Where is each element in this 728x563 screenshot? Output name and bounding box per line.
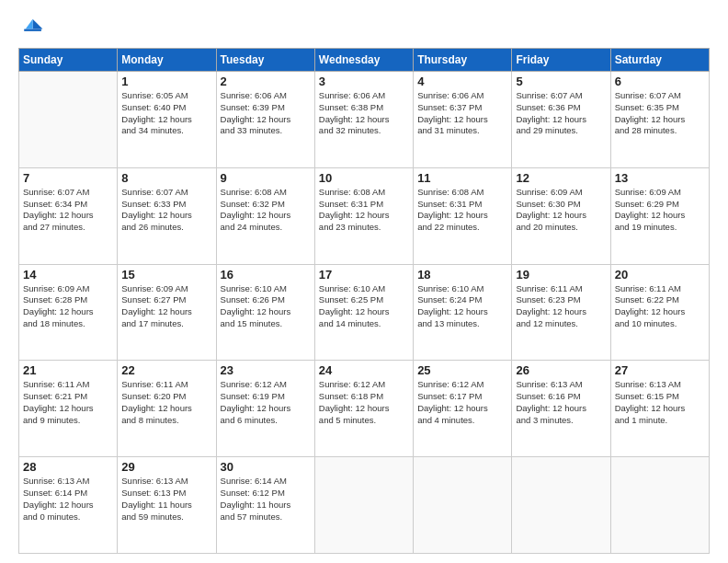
day-of-week-sunday: Sunday [19, 49, 118, 72]
day-number: 11 [417, 171, 507, 185]
calendar-cell: 13Sunrise: 6:09 AM Sunset: 6:29 PM Dayli… [610, 167, 709, 264]
calendar-cell: 12Sunrise: 6:09 AM Sunset: 6:30 PM Dayli… [512, 167, 610, 264]
day-of-week-friday: Friday [512, 49, 610, 72]
day-number: 25 [417, 363, 507, 377]
day-number: 29 [121, 460, 211, 474]
day-number: 19 [516, 268, 606, 282]
calendar-cell: 7Sunrise: 6:07 AM Sunset: 6:34 PM Daylig… [19, 167, 118, 264]
day-info: Sunrise: 6:11 AM Sunset: 6:22 PM Dayligh… [615, 283, 705, 330]
calendar: SundayMondayTuesdayWednesdayThursdayFrid… [18, 48, 710, 554]
day-number: 14 [23, 268, 113, 282]
day-info: Sunrise: 6:12 AM Sunset: 6:18 PM Dayligh… [319, 379, 409, 426]
calendar-cell: 11Sunrise: 6:08 AM Sunset: 6:31 PM Dayli… [414, 167, 512, 264]
calendar-cell: 28Sunrise: 6:13 AM Sunset: 6:14 PM Dayli… [19, 457, 118, 554]
svg-marker-0 [33, 19, 43, 29]
header [18, 15, 710, 40]
day-info: Sunrise: 6:13 AM Sunset: 6:16 PM Dayligh… [516, 379, 606, 426]
calendar-cell: 8Sunrise: 6:07 AM Sunset: 6:33 PM Daylig… [118, 167, 216, 264]
calendar-cell: 22Sunrise: 6:11 AM Sunset: 6:20 PM Dayli… [118, 361, 216, 457]
day-number: 6 [615, 75, 705, 88]
day-of-week-saturday: Saturday [610, 49, 709, 72]
day-number: 18 [417, 268, 507, 282]
calendar-cell: 1Sunrise: 6:05 AM Sunset: 6:40 PM Daylig… [118, 72, 216, 168]
day-number: 21 [23, 363, 113, 377]
calendar-cell: 20Sunrise: 6:11 AM Sunset: 6:22 PM Dayli… [610, 264, 709, 361]
day-info: Sunrise: 6:08 AM Sunset: 6:31 PM Dayligh… [319, 187, 409, 234]
calendar-cell: 6Sunrise: 6:07 AM Sunset: 6:35 PM Daylig… [610, 72, 709, 168]
day-of-week-wednesday: Wednesday [314, 49, 413, 72]
calendar-cell [314, 457, 413, 554]
day-number: 16 [221, 268, 311, 282]
day-number: 15 [121, 268, 211, 282]
calendar-cell: 10Sunrise: 6:08 AM Sunset: 6:31 PM Dayli… [314, 167, 413, 264]
week-row-2: 7Sunrise: 6:07 AM Sunset: 6:34 PM Daylig… [19, 167, 710, 264]
day-number: 10 [319, 171, 409, 185]
calendar-cell: 25Sunrise: 6:12 AM Sunset: 6:17 PM Dayli… [414, 361, 512, 457]
day-info: Sunrise: 6:11 AM Sunset: 6:23 PM Dayligh… [516, 283, 606, 330]
calendar-cell: 26Sunrise: 6:13 AM Sunset: 6:16 PM Dayli… [512, 361, 610, 457]
calendar-cell: 23Sunrise: 6:12 AM Sunset: 6:19 PM Dayli… [216, 361, 314, 457]
day-number: 13 [615, 171, 705, 185]
day-number: 5 [516, 75, 606, 88]
page: SundayMondayTuesdayWednesdayThursdayFrid… [0, 0, 728, 563]
week-row-4: 21Sunrise: 6:11 AM Sunset: 6:21 PM Dayli… [19, 361, 710, 457]
day-number: 12 [516, 171, 606, 185]
day-info: Sunrise: 6:12 AM Sunset: 6:17 PM Dayligh… [417, 379, 507, 426]
day-info: Sunrise: 6:10 AM Sunset: 6:25 PM Dayligh… [319, 283, 409, 330]
day-number: 30 [221, 460, 311, 474]
calendar-cell: 27Sunrise: 6:13 AM Sunset: 6:15 PM Dayli… [610, 361, 709, 457]
day-info: Sunrise: 6:14 AM Sunset: 6:12 PM Dayligh… [221, 476, 311, 523]
calendar-cell: 30Sunrise: 6:14 AM Sunset: 6:12 PM Dayli… [216, 457, 314, 554]
calendar-cell: 21Sunrise: 6:11 AM Sunset: 6:21 PM Dayli… [19, 361, 118, 457]
day-info: Sunrise: 6:08 AM Sunset: 6:32 PM Dayligh… [221, 187, 311, 234]
day-number: 23 [221, 363, 311, 377]
day-info: Sunrise: 6:06 AM Sunset: 6:38 PM Dayligh… [319, 90, 409, 137]
day-info: Sunrise: 6:13 AM Sunset: 6:14 PM Dayligh… [23, 476, 113, 523]
day-info: Sunrise: 6:07 AM Sunset: 6:36 PM Dayligh… [516, 90, 606, 137]
calendar-cell [512, 457, 610, 554]
calendar-cell: 9Sunrise: 6:08 AM Sunset: 6:32 PM Daylig… [216, 167, 314, 264]
day-info: Sunrise: 6:13 AM Sunset: 6:13 PM Dayligh… [121, 476, 211, 523]
day-number: 28 [23, 460, 113, 474]
day-info: Sunrise: 6:09 AM Sunset: 6:30 PM Dayligh… [516, 187, 606, 234]
week-row-3: 14Sunrise: 6:09 AM Sunset: 6:28 PM Dayli… [19, 264, 710, 361]
day-info: Sunrise: 6:13 AM Sunset: 6:15 PM Dayligh… [615, 379, 705, 426]
day-of-week-tuesday: Tuesday [216, 49, 314, 72]
calendar-cell: 19Sunrise: 6:11 AM Sunset: 6:23 PM Dayli… [512, 264, 610, 361]
calendar-cell: 29Sunrise: 6:13 AM Sunset: 6:13 PM Dayli… [118, 457, 216, 554]
day-info: Sunrise: 6:05 AM Sunset: 6:40 PM Dayligh… [121, 90, 211, 137]
day-number: 27 [615, 363, 705, 377]
day-info: Sunrise: 6:07 AM Sunset: 6:33 PM Dayligh… [121, 187, 211, 234]
day-of-week-thursday: Thursday [414, 49, 512, 72]
calendar-cell [414, 457, 512, 554]
day-number: 3 [319, 75, 409, 88]
calendar-cell: 24Sunrise: 6:12 AM Sunset: 6:18 PM Dayli… [314, 361, 413, 457]
day-number: 9 [221, 171, 311, 185]
day-info: Sunrise: 6:12 AM Sunset: 6:19 PM Dayligh… [221, 379, 311, 426]
day-info: Sunrise: 6:06 AM Sunset: 6:39 PM Dayligh… [221, 90, 311, 137]
day-info: Sunrise: 6:07 AM Sunset: 6:34 PM Dayligh… [23, 187, 113, 234]
day-number: 26 [516, 363, 606, 377]
calendar-cell: 3Sunrise: 6:06 AM Sunset: 6:38 PM Daylig… [314, 72, 413, 168]
logo [18, 15, 48, 40]
logo-icon [18, 15, 44, 40]
day-info: Sunrise: 6:08 AM Sunset: 6:31 PM Dayligh… [417, 187, 507, 234]
day-info: Sunrise: 6:10 AM Sunset: 6:26 PM Dayligh… [221, 283, 311, 330]
day-number: 20 [615, 268, 705, 282]
day-number: 24 [319, 363, 409, 377]
calendar-cell: 4Sunrise: 6:06 AM Sunset: 6:37 PM Daylig… [414, 72, 512, 168]
day-of-week-monday: Monday [118, 49, 216, 72]
day-info: Sunrise: 6:06 AM Sunset: 6:37 PM Dayligh… [417, 90, 507, 137]
calendar-cell: 17Sunrise: 6:10 AM Sunset: 6:25 PM Dayli… [314, 264, 413, 361]
week-row-5: 28Sunrise: 6:13 AM Sunset: 6:14 PM Dayli… [19, 457, 710, 554]
day-info: Sunrise: 6:09 AM Sunset: 6:28 PM Dayligh… [23, 283, 113, 330]
svg-marker-1 [26, 19, 33, 29]
day-number: 4 [417, 75, 507, 88]
calendar-cell [19, 72, 118, 168]
calendar-cell: 5Sunrise: 6:07 AM Sunset: 6:36 PM Daylig… [512, 72, 610, 168]
calendar-cell: 18Sunrise: 6:10 AM Sunset: 6:24 PM Dayli… [414, 264, 512, 361]
day-number: 22 [121, 363, 211, 377]
calendar-cell: 2Sunrise: 6:06 AM Sunset: 6:39 PM Daylig… [216, 72, 314, 168]
calendar-cell [610, 457, 709, 554]
day-number: 1 [121, 75, 211, 88]
